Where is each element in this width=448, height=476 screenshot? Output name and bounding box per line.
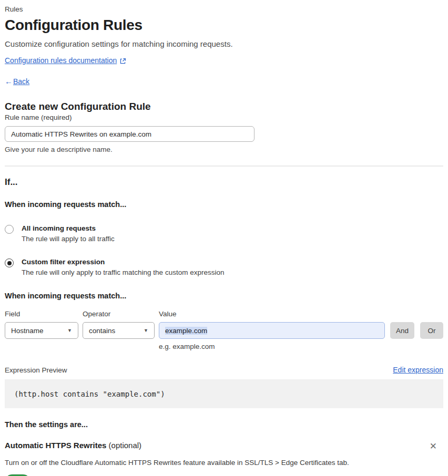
breadcrumb: Rules [5, 5, 443, 13]
edit-expression-link[interactable]: Edit expression [393, 366, 443, 374]
rule-name-label: Rule name (required) [5, 113, 72, 121]
radio-all-description: The rule will apply to all traffic [22, 235, 115, 243]
expression-preview-code: (http.host contains "example.com") [5, 379, 443, 408]
value-example-help: e.g. example.com [159, 343, 215, 350]
radio-custom-description: The rule will only apply to traffic matc… [22, 268, 224, 276]
back-arrow-icon: ← [5, 77, 13, 86]
radio-selected-icon[interactable] [5, 258, 14, 267]
external-link-icon [119, 57, 126, 64]
chevron-down-icon: ▼ [67, 328, 72, 333]
rule-name-input[interactable] [5, 126, 254, 142]
create-rule-heading: Create new Configuration Rule [5, 101, 443, 112]
and-button[interactable]: And [390, 322, 414, 339]
operator-select[interactable]: contains ▼ [83, 322, 155, 339]
page-title: Configuration Rules [5, 17, 443, 34]
documentation-link[interactable]: Configuration rules documentation [5, 56, 117, 65]
match-type-radio-group: All incoming requests The rule will appl… [5, 224, 443, 276]
then-settings-heading: Then the settings are... [5, 420, 443, 429]
value-input-text: example.com [165, 327, 207, 335]
back-link[interactable]: Back [13, 77, 29, 86]
radio-custom-filter-expression[interactable]: Custom filter expression The rule will o… [5, 258, 443, 276]
expression-preview-label: Expression Preview [5, 366, 67, 374]
radio-unselected-icon[interactable] [5, 225, 14, 234]
radio-all-incoming-requests[interactable]: All incoming requests The rule will appl… [5, 224, 443, 243]
back-link-row: ← Back [5, 77, 443, 86]
documentation-link-row: Configuration rules documentation [5, 56, 443, 65]
setting-description: Turn on or off the Cloudflare Automatic … [5, 459, 443, 467]
setting-optional-suffix: (optional) [106, 441, 141, 450]
operator-column-label: Operator [83, 310, 159, 318]
rule-name-help: Give your rule a descriptive name. [5, 146, 443, 153]
value-input[interactable]: example.com [159, 322, 385, 339]
builder-column-labels: Field Operator Value [5, 310, 443, 318]
value-column-label: Value [159, 310, 177, 318]
field-column-label: Field [5, 310, 83, 318]
radio-all-label: All incoming requests [22, 224, 115, 232]
chevron-down-icon: ▼ [144, 328, 148, 333]
configuration-rules-page: Rules Configuration Rules Customize conf… [0, 0, 448, 476]
close-icon[interactable]: ✕ [426, 441, 440, 452]
radio-custom-label: Custom filter expression [22, 258, 224, 266]
field-select[interactable]: Hostname ▼ [5, 322, 78, 339]
operator-select-value: contains [89, 327, 115, 335]
or-button[interactable]: Or [420, 322, 443, 339]
builder-label: When incoming requests match... [5, 292, 443, 300]
expression-builder-row: Hostname ▼ contains ▼ example.com And Or [5, 322, 443, 339]
setting-header: Automatic HTTPS Rewrites (optional) ✕ [5, 441, 443, 452]
if-heading: If... [5, 177, 443, 188]
setting-name: Automatic HTTPS Rewrites [5, 441, 106, 450]
expression-preview-header: Expression Preview Edit expression [5, 366, 443, 374]
section-divider [5, 165, 443, 167]
page-subtitle: Customize configuration settings for mat… [5, 39, 443, 48]
field-select-value: Hostname [11, 327, 44, 335]
match-type-label: When incoming requests match... [5, 200, 443, 209]
